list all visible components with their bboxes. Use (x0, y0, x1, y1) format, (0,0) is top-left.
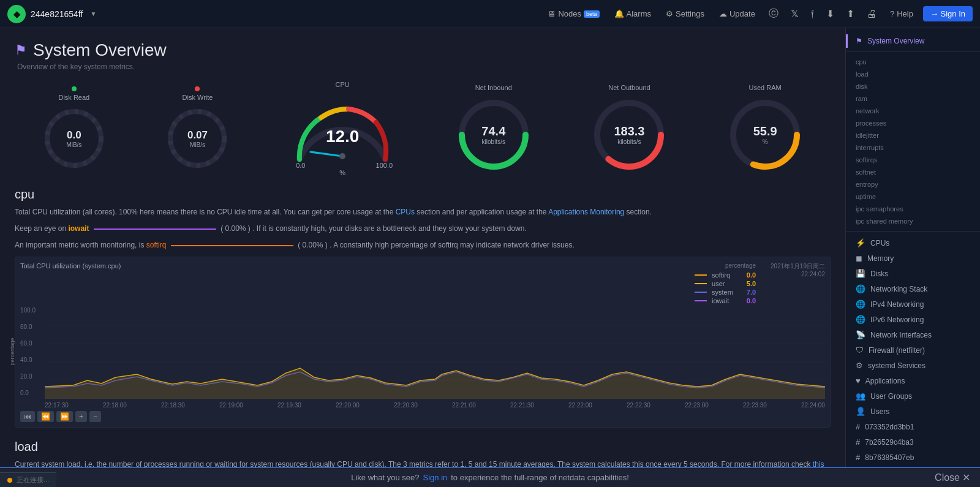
sidebar-item-ram[interactable]: ram (846, 92, 980, 105)
app-monitoring-link[interactable]: Applications Monitoring (548, 208, 624, 216)
sidebar-item-container-3[interactable]: # 8b76385407eb (846, 450, 980, 465)
sidebar-item-load[interactable]: load (846, 68, 980, 80)
banner-after-text: to experience the full-range of netdata … (451, 473, 629, 482)
sidebar-item-entropy[interactable]: entropy (846, 178, 980, 191)
sidebar-item-processes[interactable]: processes (846, 117, 980, 129)
sidebar-item-ipv6[interactable]: 🌐 IPv6 Networking (846, 312, 980, 327)
bolt-icon: ⚡ (856, 238, 865, 247)
page-subtitle: Overview of the key system metrics. (17, 62, 831, 71)
help-button[interactable]: ? Help (885, 7, 918, 21)
sidebar-item-disks[interactable]: 💾 Disks (846, 266, 980, 281)
status-text: 正在连接... (17, 476, 49, 483)
sidebar-item-disk[interactable]: disk (846, 80, 980, 92)
status-bar: 正在连接... (0, 472, 56, 487)
cpu-desc-2: Keep an eye on iowait ( 0.00% ) . If it … (15, 223, 831, 235)
sidebar-item-softirqs[interactable]: softirqs (846, 154, 980, 166)
sidebar-item-applications[interactable]: ♥ Applications (846, 373, 980, 388)
sidebar-item-ipc-shared-memory[interactable]: ipc shared memory (846, 215, 980, 227)
ipv6-icon: 🌐 (856, 315, 865, 324)
sidebar-item-interrupts[interactable]: interrupts (846, 142, 980, 154)
softirq-label: softirq (146, 241, 167, 249)
sidebar-flag-icon: ⚑ (856, 37, 862, 45)
net-outbound-gauge: Net Outbound 183.3 kilobits/s (589, 84, 669, 175)
svg-point-5 (339, 153, 345, 159)
settings-button[interactable]: ⚙ Settings (661, 7, 709, 21)
github-icon[interactable]: ⓒ (765, 5, 782, 23)
disk-icon: 💾 (856, 269, 865, 278)
chart-forward-button[interactable]: ⏩ (56, 411, 73, 422)
chart-timestamp: 2021年1月19日周二 22:24:02 (771, 262, 825, 277)
chart-legend: percentage softirq 0.0 user 5.0 (695, 262, 756, 304)
page-header: ⚑ System Overview Overview of the key sy… (15, 40, 831, 71)
chart-yaxis: percentage 100.0 80.0 60.0 40.0 20.0 0.0 (20, 307, 42, 396)
page-icon: ⚑ (15, 42, 27, 58)
banner-signin-link[interactable]: Sign in (423, 473, 448, 482)
cloud-icon: ☁ (719, 9, 727, 18)
status-dot (7, 478, 12, 483)
app-logo: ◆ (7, 5, 26, 23)
sidebar-item-network[interactable]: network (846, 105, 980, 117)
disk-write-gauge: Disk Write 0.07 MiB/s (164, 86, 231, 172)
iowait-label: iowait (68, 224, 89, 233)
download-icon[interactable]: ⬇ (823, 6, 838, 22)
sidebar-item-container-1[interactable]: # 073352dd3bb1 (846, 419, 980, 434)
load-title: load (15, 440, 831, 454)
chart-controls: ⏮ ⏪ ⏩ + − (20, 411, 825, 422)
bottom-banner: Like what you see? Sign in to experience… (0, 467, 980, 487)
cpu-title: cpu (15, 187, 831, 202)
banner-text: Like what you see? (351, 473, 419, 482)
sidebar-item-uptime[interactable]: uptime (846, 191, 980, 203)
sidebar-item-container-2[interactable]: # 7b26529c4ba3 (846, 434, 980, 450)
sidebar-item-system-overview[interactable]: ⚑ System Overview (846, 34, 980, 48)
disk-read-gauge: Disk Read 0.0 MiB/s (40, 86, 108, 172)
twitter-icon[interactable]: 𝕏 (787, 6, 802, 22)
sidebar-item-systemd[interactable]: ⚙ systemd Services (846, 358, 980, 373)
chart-back-button[interactable]: ⏪ (37, 411, 54, 422)
sidebar-item-networking-stack[interactable]: 🌐 Networking Stack (846, 281, 980, 296)
chart-zoom-in-button[interactable]: + (75, 411, 87, 422)
interfaces-icon: 📡 (856, 330, 865, 339)
chart-rewind-button[interactable]: ⏮ (20, 411, 35, 422)
alarms-button[interactable]: 🔔 Alarms (609, 7, 656, 21)
sidebar-item-ipc-semaphores[interactable]: ipc semaphores (846, 203, 980, 215)
systemd-icon: ⚙ (856, 361, 863, 370)
page-title: System Overview (33, 40, 167, 60)
nodes-button[interactable]: 🖥 Nodes beta (543, 7, 604, 21)
cpus-link[interactable]: CPUs (396, 208, 415, 216)
sidebar-item-memory[interactable]: ◼ Memory (846, 251, 980, 266)
sidebar-item-cpu[interactable]: cpu (846, 56, 980, 68)
container-icon-1: # (856, 422, 860, 431)
container-icon-2: # (856, 437, 860, 447)
layout: ⚑ System Overview Overview of the key sy… (0, 28, 980, 487)
nodes-icon: 🖥 (548, 9, 556, 18)
user-groups-icon: 👥 (856, 391, 865, 401)
net-inbound-gauge: Net Inbound 74.4 kilobits/s (454, 84, 533, 175)
cpu-chart-svg (45, 307, 825, 399)
update-button[interactable]: ☁ Update (714, 7, 760, 21)
sidebar-item-users[interactable]: 👤 Users (846, 404, 980, 419)
cpu-chart: Total CPU utilization (system.cpu) perce… (15, 257, 831, 428)
facebook-icon[interactable]: 𝔣 (807, 6, 818, 22)
chart-title: Total CPU utilization (system.cpu) (20, 262, 121, 270)
signin-button[interactable]: → Sign In (923, 6, 973, 21)
upload-icon[interactable]: ⬆ (843, 6, 858, 22)
disk-write-dot (195, 86, 200, 91)
main-content: ⚑ System Overview Overview of the key sy… (0, 28, 845, 487)
sidebar-item-network-interfaces[interactable]: 📡 Network Interfaces (846, 327, 980, 342)
sidebar-item-firewall[interactable]: 🛡 Firewall (netfilter) (846, 342, 980, 358)
banner-close-button[interactable]: Close ✕ (935, 472, 970, 483)
print-icon[interactable]: 🖨 (863, 6, 880, 22)
sidebar-item-user-groups[interactable]: 👥 User Groups (846, 388, 980, 404)
hostname-chevron[interactable]: ▼ (90, 10, 96, 17)
apps-icon: ♥ (856, 376, 861, 385)
chart-zoom-out-button[interactable]: − (89, 411, 101, 422)
cpu-section: cpu Total CPU utilization (all cores). 1… (15, 187, 831, 428)
sidebar-item-cpus[interactable]: ⚡ CPUs (846, 235, 980, 251)
chart-xaxis: 22:17:30 22:18:00 22:18:30 22:19:00 22:1… (45, 402, 825, 409)
container-icon-3: # (856, 453, 860, 462)
sidebar-item-ipv4[interactable]: 🌐 IPv4 Networking (846, 296, 980, 312)
sidebar-item-idlejitter[interactable]: idlejitter (846, 129, 980, 142)
legend-iowait: iowait 0.0 (695, 297, 756, 304)
sidebar-item-softnet[interactable]: softnet (846, 166, 980, 178)
svg-marker-18 (45, 368, 825, 399)
